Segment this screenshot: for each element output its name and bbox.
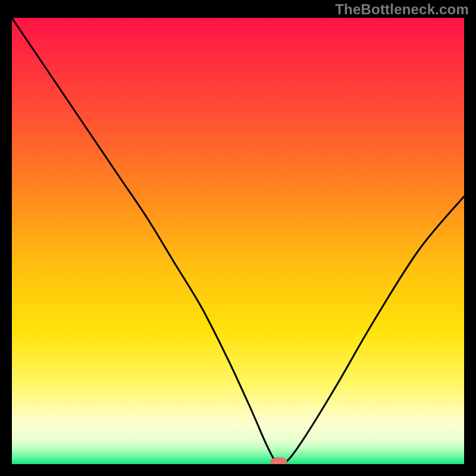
chart-frame: TheBottleneck.com [0, 0, 476, 476]
minimum-marker [270, 458, 287, 464]
gradient-background [12, 18, 464, 464]
watermark-text: TheBottleneck.com [335, 1, 469, 18]
chart-svg [12, 18, 464, 464]
